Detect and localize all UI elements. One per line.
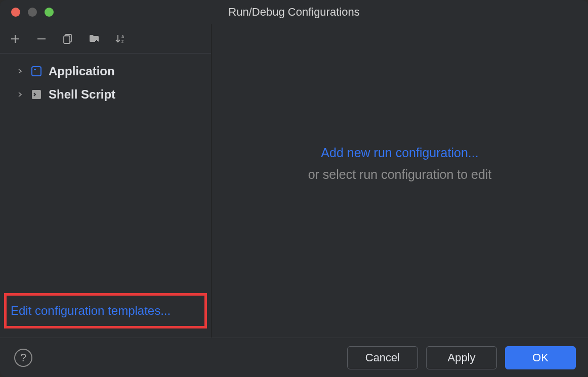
cancel-button[interactable]: Cancel [347,346,418,369]
window-title: Run/Debug Configurations [228,6,359,19]
sidebar: az Application [0,24,212,338]
copy-configuration-button[interactable] [61,32,75,46]
tree-item-shell-script[interactable]: Shell Script [0,83,211,106]
titlebar: Run/Debug Configurations [0,0,588,24]
tree-item-label: Application [49,64,115,78]
remove-configuration-button[interactable] [34,32,49,46]
svg-rect-5 [34,69,36,70]
svg-text:a: a [121,34,124,39]
minimize-window-button[interactable] [28,8,37,17]
dialog-content: az Application [0,24,588,338]
ok-button[interactable]: OK [505,346,576,369]
sort-button[interactable]: az [113,32,128,46]
svg-rect-4 [32,67,41,76]
highlight-box: Edit configuration templates... [4,293,207,328]
apply-button[interactable]: Apply [426,346,497,369]
sort-az-icon: az [114,33,127,45]
dialog-window: Run/Debug Configurations az [0,0,588,377]
svg-rect-6 [32,90,41,99]
application-icon [30,65,43,77]
shell-script-icon [30,88,43,101]
tree-item-application[interactable]: Application [0,60,211,83]
window-controls [0,8,54,17]
create-folder-button[interactable] [87,32,101,46]
close-window-button[interactable] [11,8,20,17]
folder-add-icon [88,33,100,45]
svg-rect-1 [64,36,70,43]
edit-templates-link[interactable]: Edit configuration templates... [11,304,171,317]
plus-icon [9,33,21,45]
main-panel: Add new run configuration... or select r… [212,24,588,338]
select-hint-text: or select run configuration to edit [308,167,492,182]
dialog-footer: ? Cancel Apply OK [0,338,588,377]
chevron-right-icon [15,67,24,76]
add-new-configuration-link[interactable]: Add new run configuration... [321,146,478,160]
sidebar-toolbar: az [0,24,211,54]
chevron-right-icon [15,90,24,99]
svg-text:z: z [121,39,124,44]
maximize-window-button[interactable] [45,8,54,17]
copy-icon [62,33,74,45]
help-button[interactable]: ? [14,349,32,367]
sidebar-footer: Edit configuration templates... [0,293,211,338]
minus-icon [35,33,48,45]
add-configuration-button[interactable] [8,32,22,46]
tree-item-label: Shell Script [49,87,115,102]
configuration-tree: Application Shell Script [0,54,211,293]
